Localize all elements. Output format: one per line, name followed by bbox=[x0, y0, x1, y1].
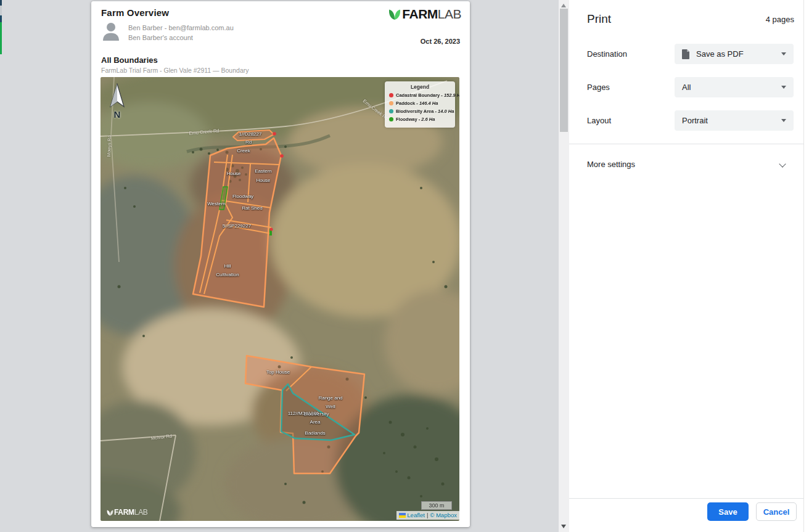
area-label: Eastern bbox=[255, 168, 272, 174]
user-email: Ben Barber - ben@farmlab.com.au bbox=[128, 24, 234, 31]
map-legend: Legend Cadastral Boundary152.9 Ha Paddoc… bbox=[385, 81, 455, 128]
legend-item: Biodiversity Area14.0 Ha bbox=[389, 108, 451, 114]
page-title: Farm Overview bbox=[101, 7, 169, 18]
area-label: Western bbox=[207, 201, 226, 207]
legend-value: 146.4 Ha bbox=[415, 100, 438, 106]
watermark-text-lab: LAB bbox=[134, 508, 148, 517]
legend-value: 152.9 Ha bbox=[440, 92, 459, 98]
area-label: Badlands bbox=[305, 430, 325, 436]
chevron-down-icon bbox=[781, 119, 786, 122]
legend-item: Cadastral Boundary152.9 Ha bbox=[389, 92, 451, 98]
area-label: Rd bbox=[245, 139, 252, 145]
chevron-down-icon bbox=[781, 86, 786, 89]
destination-dropdown[interactable]: Save as PDF bbox=[675, 44, 794, 64]
destination-label: Destination bbox=[587, 49, 627, 59]
watermark-text-farm: FARM bbox=[114, 508, 134, 517]
legend-title: Legend bbox=[389, 84, 451, 90]
cancel-button[interactable]: Cancel bbox=[756, 502, 797, 521]
background-app-strip-green bbox=[0, 22, 2, 54]
chevron-down-icon bbox=[781, 52, 786, 55]
legend-item: Floodway2.6 Ha bbox=[389, 117, 451, 122]
map-scale-bar: 300 m bbox=[421, 501, 452, 510]
leaflet-link: Leaflet bbox=[408, 512, 425, 518]
satellite-basemap bbox=[101, 77, 459, 521]
road-label: Mowys Rd bbox=[106, 135, 112, 157]
divider bbox=[569, 498, 803, 499]
legend-color-dot bbox=[389, 117, 393, 121]
layout-dropdown[interactable]: Portrait bbox=[675, 110, 794, 131]
area-label: Cultivation bbox=[216, 272, 239, 277]
farmlab-watermark: FARMLAB bbox=[106, 508, 148, 517]
farmlab-logo: FARMLAB bbox=[387, 7, 461, 22]
farm-map: Emu Creek Rd Emu Creek Rd Mowys Rd McIvo… bbox=[101, 77, 459, 521]
destination-value: Save as PDF bbox=[696, 49, 781, 59]
print-settings-panel: Print 4 pages Destination Save as PDF Pa… bbox=[569, 0, 809, 532]
pages-dropdown[interactable]: All bbox=[675, 77, 794, 97]
farmlab-leaf-icon bbox=[106, 509, 114, 517]
area-label: Creek bbox=[237, 148, 250, 153]
farmlab-leaf-icon bbox=[387, 7, 402, 22]
scrollbar-down-arrow[interactable] bbox=[561, 525, 566, 528]
legend-color-dot bbox=[389, 101, 393, 105]
legend-value: 14.0 Ha bbox=[433, 108, 454, 114]
print-preview-area: Farm Overview FARMLAB Ben Barber - ben@f… bbox=[0, 0, 559, 532]
pages-label: Pages bbox=[587, 83, 610, 92]
legend-label: Paddock bbox=[396, 100, 415, 106]
section-title: All Boundaries bbox=[101, 55, 158, 65]
map-attribution: Leaflet | © Mapbox bbox=[396, 511, 459, 520]
user-avatar-icon bbox=[102, 21, 120, 41]
area-label: Rat Shed bbox=[242, 205, 262, 211]
area-label: Range and bbox=[318, 395, 342, 401]
north-letter: N bbox=[108, 109, 126, 120]
background-app-strip-dark bbox=[0, 0, 2, 6]
legend-item: Paddock146.4 Ha bbox=[389, 100, 451, 106]
lot-plan-label: 1//D28227 bbox=[239, 131, 262, 137]
legend-color-dot bbox=[389, 93, 393, 97]
legend-label: Biodiversity Area bbox=[396, 108, 433, 114]
scrollbar-up-arrow[interactable] bbox=[561, 4, 566, 7]
layout-value: Portrait bbox=[682, 116, 781, 125]
panel-scroll-track bbox=[803, 0, 804, 532]
area-label: House bbox=[226, 171, 240, 176]
logo-text-farm: FARM bbox=[402, 7, 438, 22]
background-app-strip-gray bbox=[0, 6, 2, 15]
legend-value: 2.6 Ha bbox=[417, 117, 435, 122]
pages-count: 4 pages bbox=[766, 15, 794, 24]
scrollbar-thumb[interactable] bbox=[560, 9, 568, 132]
chevron-down-icon bbox=[779, 160, 786, 167]
user-account: Ben Barber's account bbox=[128, 34, 193, 41]
ukraine-flag-icon bbox=[399, 513, 406, 518]
pdf-preview-page: Farm Overview FARMLAB Ben Barber - ben@f… bbox=[91, 1, 470, 527]
area-label: Floodway bbox=[232, 194, 253, 199]
more-settings-toggle[interactable]: More settings bbox=[569, 144, 803, 184]
legend-color-dot bbox=[389, 109, 393, 113]
area-label: Biodiversity bbox=[304, 411, 329, 417]
area-label: Hill bbox=[224, 263, 231, 269]
panel-title: Print bbox=[587, 12, 611, 26]
legend-label: Cadastral Boundary bbox=[396, 92, 440, 98]
report-date: Oct 26, 2023 bbox=[421, 38, 460, 45]
mapbox-link: © Mapbox bbox=[430, 512, 457, 518]
pdf-document-icon bbox=[682, 49, 690, 59]
lot-plan-label: 5//SP229227 bbox=[223, 223, 251, 229]
legend-label: Floodway bbox=[396, 117, 417, 122]
preview-scrollbar[interactable] bbox=[559, 0, 569, 532]
north-arrow: N bbox=[108, 83, 126, 120]
layout-label: Layout bbox=[587, 116, 611, 125]
logo-text-lab: LAB bbox=[438, 7, 461, 22]
compass-arrow-icon bbox=[108, 83, 126, 109]
area-label: Area bbox=[310, 419, 321, 425]
background-app-strip-navy bbox=[0, 15, 2, 22]
section-subtitle: FarmLab Trial Farm - Glen Vale #2911 — B… bbox=[101, 67, 248, 74]
more-settings-label: More settings bbox=[587, 160, 635, 169]
area-label: Well bbox=[326, 404, 335, 409]
save-button[interactable]: Save bbox=[707, 502, 749, 521]
area-label: Top House bbox=[266, 369, 290, 375]
pages-value: All bbox=[682, 83, 781, 92]
area-label: House bbox=[256, 178, 270, 183]
